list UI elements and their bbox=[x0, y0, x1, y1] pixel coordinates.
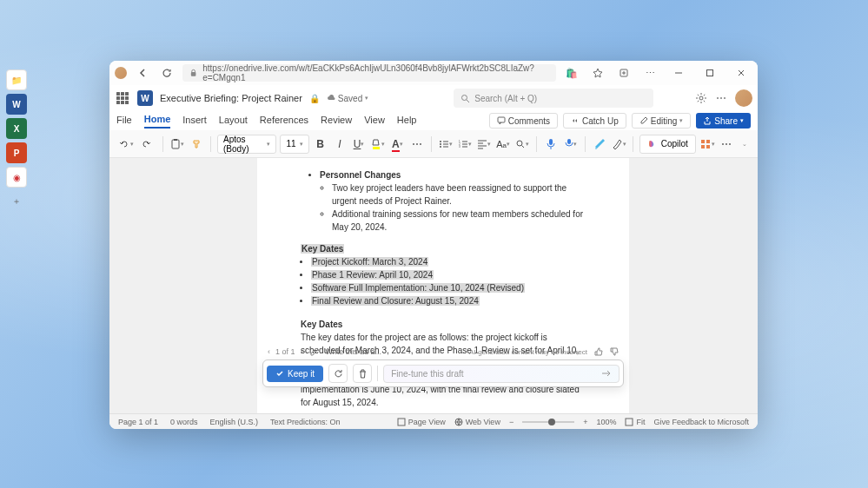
highlight-button[interactable]: ▾ bbox=[370, 135, 386, 154]
shopping-icon[interactable]: 🛍️ bbox=[563, 64, 580, 82]
profile-avatar-icon[interactable] bbox=[115, 67, 127, 79]
taskbar-add-icon[interactable]: ＋ bbox=[6, 191, 27, 212]
maximize-button[interactable] bbox=[699, 64, 721, 82]
more-icon[interactable]: ⋯ bbox=[641, 64, 659, 82]
feedback-link[interactable]: Give Feedback to Microsoft bbox=[653, 418, 749, 426]
tab-help[interactable]: Help bbox=[397, 115, 417, 128]
save-status[interactable]: Saved ▾ bbox=[327, 94, 368, 103]
zoom-level[interactable]: 100% bbox=[596, 418, 616, 426]
comments-button[interactable]: Comments bbox=[489, 113, 558, 129]
catchup-button[interactable]: Catch Up bbox=[563, 113, 626, 129]
chevron-down-icon: ▾ bbox=[365, 95, 368, 102]
zoom-slider[interactable] bbox=[522, 421, 574, 423]
next-draft-button[interactable]: › bbox=[301, 347, 303, 356]
zoom-out-button[interactable]: − bbox=[509, 418, 514, 426]
tab-layout[interactable]: Layout bbox=[219, 115, 248, 128]
align-button[interactable]: ▾ bbox=[476, 135, 492, 154]
taskbar-app-icon[interactable]: ◉ bbox=[6, 167, 27, 188]
addins-button[interactable]: ▾ bbox=[699, 135, 715, 154]
tab-review[interactable]: Review bbox=[321, 115, 352, 128]
share-button[interactable]: Share▾ bbox=[696, 113, 751, 129]
tab-references[interactable]: References bbox=[260, 115, 308, 128]
word-count[interactable]: 0 words bbox=[170, 418, 198, 426]
taskbar-excel-icon[interactable]: X bbox=[6, 118, 27, 139]
search-input[interactable]: Search (Alt + Q) bbox=[454, 89, 653, 108]
user-avatar-icon[interactable] bbox=[735, 89, 752, 107]
dictate-dropdown[interactable]: ▾ bbox=[562, 135, 578, 154]
svg-rect-18 bbox=[701, 140, 705, 143]
svg-rect-0 bbox=[191, 72, 196, 76]
editing-button[interactable]: Editing▾ bbox=[632, 113, 692, 129]
redo-button[interactable] bbox=[137, 135, 156, 154]
refresh-button[interactable] bbox=[158, 64, 176, 82]
copilot-button[interactable]: Copilot bbox=[639, 135, 696, 154]
font-name-select[interactable]: Aptos (Body)▾ bbox=[217, 135, 276, 154]
tab-view[interactable]: View bbox=[364, 115, 385, 128]
tab-file[interactable]: File bbox=[116, 115, 132, 128]
keep-it-button[interactable]: Keep it bbox=[267, 366, 323, 382]
back-button[interactable] bbox=[134, 64, 151, 82]
url-text: https://onedrive.live.com/w/t/EaCKkPs6Ac… bbox=[202, 63, 549, 82]
svg-rect-7 bbox=[174, 139, 177, 141]
styles-button[interactable]: Aa▾ bbox=[495, 135, 511, 154]
format-painter-button[interactable] bbox=[189, 135, 204, 154]
tab-home[interactable]: Home bbox=[144, 114, 171, 129]
write-as-label[interactable]: Write this as a... bbox=[326, 347, 381, 356]
font-size-select[interactable]: 11▾ bbox=[280, 135, 308, 154]
close-button[interactable] bbox=[730, 64, 752, 82]
browser-titlebar: https://onedrive.live.com/w/t/EaCKkPs6Ac… bbox=[109, 61, 758, 85]
underline-button[interactable]: U▾ bbox=[351, 135, 367, 154]
url-bar[interactable]: https://onedrive.live.com/w/t/EaCKkPs6Ac… bbox=[182, 64, 556, 82]
designer-button[interactable]: ▾ bbox=[611, 135, 626, 154]
taskbar-powerpoint-icon[interactable]: P bbox=[6, 142, 27, 163]
pencil-icon bbox=[310, 347, 319, 356]
favorite-icon[interactable] bbox=[589, 64, 606, 82]
paste-button[interactable]: ▾ bbox=[169, 135, 185, 154]
language-indicator[interactable]: English (U.S.) bbox=[210, 418, 259, 426]
svg-rect-22 bbox=[398, 419, 405, 425]
svg-rect-21 bbox=[706, 145, 710, 148]
text-predictions-indicator[interactable]: Text Predictions: On bbox=[270, 418, 341, 426]
regenerate-button[interactable] bbox=[328, 364, 348, 383]
more-tools-button[interactable]: ⋯ bbox=[719, 135, 734, 154]
page-indicator[interactable]: Page 1 of 1 bbox=[118, 418, 158, 426]
numbering-button[interactable]: 123▾ bbox=[457, 135, 473, 154]
svg-rect-8 bbox=[373, 147, 380, 149]
taskbar-word-icon[interactable]: W bbox=[6, 94, 27, 115]
web-view-button[interactable]: Web View bbox=[454, 418, 500, 426]
thumbs-up-icon[interactable] bbox=[594, 347, 603, 356]
svg-rect-5 bbox=[498, 117, 505, 122]
italic-button[interactable]: I bbox=[332, 135, 348, 154]
tab-insert[interactable]: Insert bbox=[182, 115, 207, 128]
ribbon-toolbar: ▾ ▾ Aptos (Body)▾ 11▾ B I U▾ ▾ A▾ ⋯ ▾ 12… bbox=[109, 130, 758, 158]
page-view-button[interactable]: Page View bbox=[397, 418, 446, 426]
fine-tune-input[interactable]: Fine-tune this draft bbox=[383, 365, 620, 383]
ribbon-tabs: File Home Insert Layout References Revie… bbox=[109, 111, 758, 130]
dictate-button[interactable] bbox=[543, 135, 559, 154]
svg-point-4 bbox=[699, 96, 703, 100]
zoom-in-button[interactable]: + bbox=[583, 418, 587, 426]
taskbar-folder-icon[interactable]: 📁 bbox=[6, 69, 27, 90]
font-color-button[interactable]: A▾ bbox=[389, 135, 405, 154]
prev-draft-button[interactable]: ‹ bbox=[268, 347, 270, 356]
ai-disclaimer: AI-generated content may be incorrect bbox=[469, 348, 587, 356]
discard-button[interactable] bbox=[353, 364, 372, 383]
status-bar: Page 1 of 1 0 words English (U.S.) Text … bbox=[109, 413, 758, 429]
more-options-icon[interactable]: ⋯ bbox=[716, 92, 726, 104]
minimize-button[interactable] bbox=[667, 64, 690, 82]
fit-button[interactable]: Fit bbox=[625, 418, 645, 426]
more-font-button[interactable]: ⋯ bbox=[408, 135, 424, 154]
app-launcher-icon[interactable] bbox=[115, 90, 130, 106]
bullets-button[interactable]: ▾ bbox=[438, 135, 454, 154]
document-title[interactable]: Executive Briefing: Project Rainer bbox=[160, 93, 302, 103]
svg-rect-19 bbox=[706, 140, 710, 143]
editor-button[interactable] bbox=[591, 135, 606, 154]
find-button[interactable]: ▾ bbox=[514, 135, 530, 154]
collapse-ribbon-button[interactable]: ⌄ bbox=[738, 136, 751, 152]
collections-icon[interactable] bbox=[615, 64, 633, 82]
bold-button[interactable]: B bbox=[313, 135, 328, 154]
thumbs-down-icon[interactable] bbox=[610, 347, 619, 356]
undo-button[interactable]: ▾ bbox=[116, 135, 136, 154]
send-icon[interactable] bbox=[601, 369, 612, 378]
settings-icon[interactable] bbox=[695, 92, 707, 104]
